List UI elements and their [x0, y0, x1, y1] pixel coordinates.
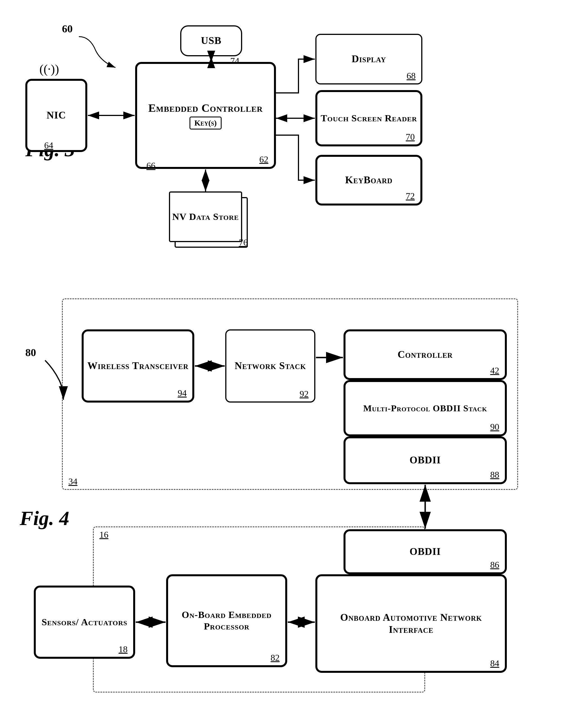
usb-box: USB	[180, 25, 242, 56]
wireless-transceiver-box: Wireless Transceiver 94	[82, 329, 194, 403]
network-stack-box: Network Stack 92	[225, 329, 315, 403]
controller-box: Controller 42	[344, 329, 507, 380]
wireless-icon: ((·))	[40, 62, 59, 76]
embedded-controller-box: Embedded Controller Key(s) 62	[135, 62, 276, 169]
fig4-label: Fig. 4	[20, 507, 69, 530]
nv-data-box: NV Data Store 76	[169, 191, 248, 248]
onboard-automotive-box: Onboard Automotive Network Interface 84	[315, 574, 507, 673]
obdii-bottom-box: OBDII 86	[344, 529, 507, 574]
nic-box: NIC 64	[25, 79, 87, 152]
keyboard-box: KeyBoard 72	[315, 155, 422, 206]
keys-box: Key(s)	[190, 117, 221, 129]
on-board-embedded-box: On-Board Embedded Processor 82	[166, 574, 287, 667]
sensors-actuators-box: Sensors/ Actuators 18	[34, 585, 135, 659]
multi-protocol-box: Multi-Protocol OBDII Stack 90	[344, 380, 507, 436]
obdii-top-box: OBDII 88	[344, 436, 507, 484]
touch-screen-box: Touch Screen Reader 70	[315, 90, 422, 147]
main-container: Fig. 3 60 USB 74 NIC 64 ((·)) Embedded C…	[0, 0, 573, 728]
fig3-arrows	[17, 17, 552, 262]
display-box: Display 68	[315, 34, 422, 85]
fig4-area: Fig. 4 80 34 16 Wireless Transceiver 94 …	[17, 282, 552, 715]
fig3-area: Fig. 3 60 USB 74 NIC 64 ((·)) Embedded C…	[17, 17, 552, 270]
